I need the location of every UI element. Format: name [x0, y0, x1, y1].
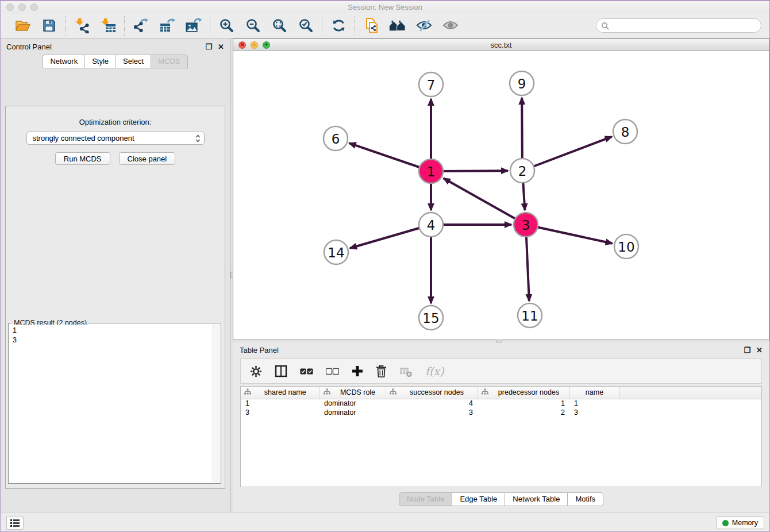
window-zoom-button[interactable]	[30, 3, 38, 11]
network-close-button[interactable]: ✕	[238, 41, 246, 49]
window-close-button[interactable]	[6, 3, 14, 11]
memory-label: Memory	[732, 519, 758, 527]
edge-1-6[interactable]	[349, 143, 431, 171]
table-cell[interactable]: 1	[478, 399, 569, 408]
column-header-0[interactable]: shared name	[241, 387, 319, 399]
import-network-icon[interactable]	[73, 17, 90, 34]
delete-table-icon[interactable]	[399, 365, 413, 377]
tab-motifs[interactable]: Motifs	[568, 492, 603, 506]
first-neighbors-icon[interactable]	[389, 17, 406, 34]
run-mcds-button[interactable]: Run MCDS	[55, 152, 110, 165]
show-all-icon[interactable]	[442, 17, 459, 34]
table-row[interactable]: 3dominator323	[241, 408, 761, 417]
select-all-columns-icon[interactable]	[300, 368, 313, 375]
graph-node-label: 6	[332, 132, 340, 147]
table-panel-tabs: Node Table Edge Table Network Table Moti…	[233, 492, 769, 506]
network-canvas[interactable]: 7968124314101511	[233, 51, 769, 340]
tab-network[interactable]: Network	[43, 55, 85, 68]
control-panel-tabs: Network Style Select MCDS	[1, 55, 230, 68]
hide-selected-icon[interactable]	[415, 17, 433, 34]
tab-edge-table[interactable]: Edge Table	[452, 492, 505, 506]
zoom-out-icon[interactable]	[244, 17, 261, 34]
duplicate-network-icon[interactable]	[363, 17, 380, 34]
result-scrollbar[interactable]	[213, 324, 221, 483]
table-cell[interactable]: 2	[478, 408, 569, 417]
table-panel: Table Panel ❐ ✕	[233, 342, 769, 512]
optimization-criterion-select[interactable]: strongly connected component	[26, 132, 205, 145]
import-table-icon[interactable]	[99, 17, 117, 34]
table-cell-filler	[619, 399, 761, 408]
column-header-2[interactable]: successor nodes	[386, 387, 478, 399]
table-cell[interactable]: dominator	[319, 399, 386, 408]
float-panel-icon[interactable]: ❐	[205, 43, 212, 51]
open-session-icon[interactable]	[14, 17, 31, 34]
table-cell[interactable]: 4	[386, 399, 478, 408]
window-minimize-button[interactable]	[18, 3, 26, 11]
float-panel-icon[interactable]: ❐	[744, 346, 750, 354]
network-minimize-button[interactable]: −	[251, 41, 258, 49]
graph-node-label: 2	[518, 164, 527, 179]
table-cell[interactable]: 1	[241, 399, 319, 408]
graph-node-label: 3	[522, 218, 530, 233]
network-window-titlebar[interactable]: ✕ − + scc.txt	[233, 38, 769, 51]
table-cell[interactable]: 3	[241, 408, 319, 417]
search-box[interactable]	[596, 18, 761, 33]
edge-3-1[interactable]	[444, 178, 526, 225]
tree-icon	[244, 388, 251, 396]
save-session-icon[interactable]	[40, 17, 57, 34]
edge-2-8[interactable]	[522, 137, 612, 171]
export-table-icon[interactable]	[159, 17, 176, 34]
table-cell[interactable]: 3	[569, 408, 619, 417]
delete-column-icon[interactable]	[376, 365, 387, 377]
export-image-icon[interactable]	[185, 17, 202, 34]
control-panel-title: Control Panel	[6, 43, 52, 51]
main-toolbar	[1, 13, 769, 38]
table-cell[interactable]: dominator	[319, 408, 386, 417]
refresh-icon[interactable]	[330, 17, 347, 34]
column-header-3[interactable]: predecessor nodes	[478, 387, 569, 399]
tab-select[interactable]: Select	[116, 55, 151, 68]
zoom-selected-icon[interactable]	[297, 17, 314, 34]
column-view-icon[interactable]	[275, 365, 287, 377]
tab-style[interactable]: Style	[85, 55, 116, 68]
search-area	[596, 18, 761, 33]
table-row[interactable]: 1dominator411	[241, 399, 761, 408]
tab-mcds[interactable]: MCDS	[151, 55, 187, 68]
column-header-1[interactable]: MCDS role	[319, 387, 386, 399]
graph-node-label: 14	[328, 245, 344, 260]
task-history-button[interactable]	[6, 516, 24, 530]
deselect-all-columns-icon[interactable]	[326, 368, 339, 375]
table-cell[interactable]: 1	[569, 399, 619, 408]
close-panel-icon[interactable]: ✕	[218, 43, 224, 51]
export-network-icon[interactable]	[132, 17, 149, 34]
network-graph[interactable]: 7968124314101511	[233, 51, 767, 339]
zoom-fit-icon[interactable]	[271, 17, 288, 34]
memory-button[interactable]: Memory	[716, 516, 764, 529]
mcds-result-list[interactable]: 1 3	[9, 325, 212, 483]
zoom-in-icon[interactable]	[218, 17, 235, 34]
mcds-result-box: MCDS result (2 nodes) 1 3	[8, 323, 221, 484]
settings-gear-icon[interactable]	[250, 365, 262, 377]
close-panel-button[interactable]: Close panel	[119, 152, 176, 165]
app-titlebar: Session: New Session	[1, 1, 769, 13]
column-header-filler	[619, 387, 761, 399]
add-column-icon[interactable]	[352, 365, 363, 377]
graph-node-label: 4	[427, 218, 436, 233]
tab-network-table[interactable]: Network Table	[505, 492, 568, 506]
graph-node-label: 10	[618, 240, 634, 255]
app-title: Session: New Session	[348, 3, 422, 11]
column-header-4[interactable]: name	[569, 387, 619, 399]
network-view-window: ✕ − + scc.txt 7968124314101511	[233, 38, 769, 340]
tree-icon	[482, 388, 488, 396]
mcds-panel-body: Optimization criterion: strongly connect…	[5, 106, 225, 489]
tab-node-table[interactable]: Node Table	[399, 492, 453, 506]
close-panel-icon[interactable]: ✕	[756, 346, 763, 354]
optimization-criterion-label: Optimization criterion:	[6, 118, 225, 126]
control-panel: Control Panel ❐ ✕ Network Style Select M…	[1, 38, 230, 512]
edge-3-10[interactable]	[526, 225, 613, 244]
table-cell[interactable]: 3	[386, 408, 478, 417]
node-table[interactable]: shared nameMCDS rolesuccessor nodesprede…	[240, 386, 762, 487]
search-input[interactable]	[612, 21, 756, 30]
function-builder-icon: f(x)	[425, 365, 444, 377]
network-maximize-button[interactable]: +	[263, 41, 270, 49]
